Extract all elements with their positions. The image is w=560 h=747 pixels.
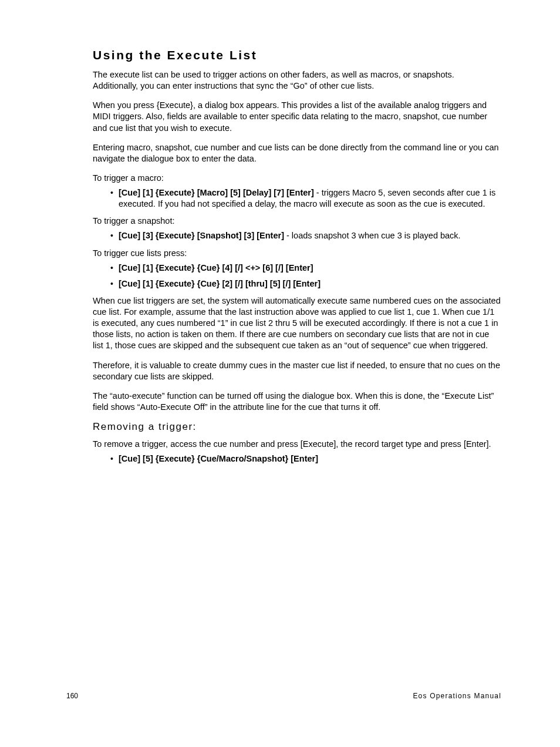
subsection-title: Removing a trigger: bbox=[93, 421, 501, 433]
body-paragraph: To trigger a macro: bbox=[93, 173, 501, 184]
bullet-list: [Cue] [3] {Execute} [Snapshot] [3] [Ente… bbox=[93, 230, 501, 241]
list-item-bold: [Cue] [1] {Execute} [Macro] [5] [Delay] … bbox=[119, 188, 314, 197]
body-paragraph: To trigger a snapshot: bbox=[93, 216, 501, 227]
body-paragraph: The “auto-execute” function can be turne… bbox=[93, 391, 501, 413]
list-item: [Cue] [5] {Execute} {Cue/Macro/Snapshot}… bbox=[93, 453, 501, 465]
list-item-bold: [Cue] [3] {Execute} [Snapshot] [3] [Ente… bbox=[119, 231, 284, 240]
list-item-bold: [Cue] [1] {Execute} {Cue} [4] [/] <+> [6… bbox=[119, 263, 313, 272]
body-paragraph: Entering macro, snapshot, cue number and… bbox=[93, 142, 501, 164]
page-content: Using the Execute List The execute list … bbox=[0, 0, 560, 465]
body-paragraph: The execute list can be used to trigger … bbox=[93, 69, 501, 92]
body-paragraph: Therefore, it is valuable to create dumm… bbox=[93, 360, 501, 382]
list-item-text: - loads snapshot 3 when cue 3 is played … bbox=[284, 231, 461, 240]
list-item: [Cue] [1] {Execute} {Cue} [2] [/] [thru]… bbox=[93, 278, 501, 290]
body-paragraph: When cue list triggers are set, the syst… bbox=[93, 295, 501, 352]
section-title: Using the Execute List bbox=[93, 48, 501, 62]
bullet-list: [Cue] [1] {Execute} {Cue} [4] [/] <+> [6… bbox=[93, 263, 501, 290]
bullet-list: [Cue] [1] {Execute} [Macro] [5] [Delay] … bbox=[93, 187, 501, 210]
bullet-list: [Cue] [5] {Execute} {Cue/Macro/Snapshot}… bbox=[93, 453, 501, 465]
list-item: [Cue] [3] {Execute} [Snapshot] [3] [Ente… bbox=[93, 230, 501, 241]
body-paragraph: To remove a trigger, access the cue numb… bbox=[93, 439, 501, 450]
list-item-bold: [Cue] [5] {Execute} {Cue/Macro/Snapshot}… bbox=[119, 454, 318, 463]
page-footer: 160 Eos Operations Manual bbox=[66, 692, 501, 700]
list-item-bold: [Cue] [1] {Execute} {Cue} [2] [/] [thru]… bbox=[119, 279, 321, 288]
list-item: [Cue] [1] {Execute} {Cue} [4] [/] <+> [6… bbox=[93, 263, 501, 274]
manual-name: Eos Operations Manual bbox=[413, 692, 501, 700]
page-number: 160 bbox=[66, 692, 78, 700]
body-paragraph: To trigger cue lists press: bbox=[93, 248, 501, 259]
body-paragraph: When you press {Execute}, a dialog box a… bbox=[93, 100, 501, 133]
list-item: [Cue] [1] {Execute} [Macro] [5] [Delay] … bbox=[93, 187, 501, 210]
